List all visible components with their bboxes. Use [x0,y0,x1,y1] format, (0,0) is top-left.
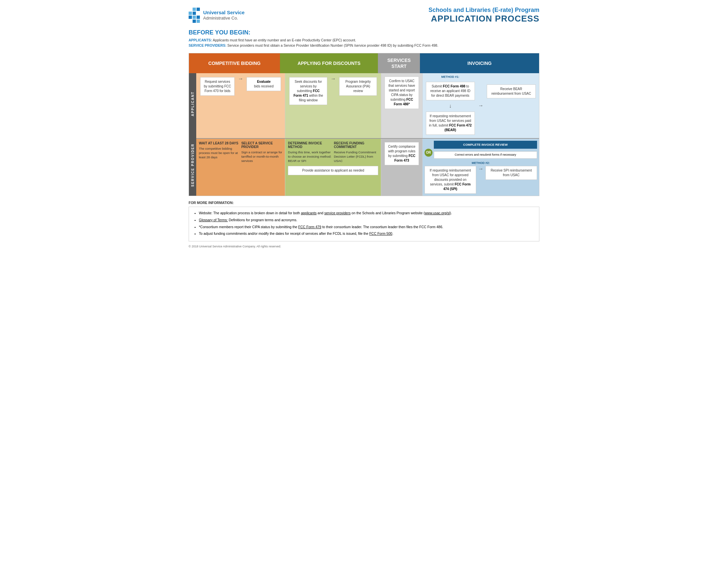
bidding-applicant: Request services by submitting FCC Form … [196,73,285,138]
col-header-bidding: COMPETITIVE BIDDING [189,53,280,73]
more-info-section: FOR MORE INFORMATION: Website: The appli… [189,201,539,241]
more-info-bullet2: Glossary of Terms: Definitions for progr… [199,217,534,223]
provide-assistance-box: Provide assistance to applicant as neede… [288,166,378,175]
before-applicants: APPLICANTS: Applicants must first have a… [189,38,539,43]
wait-28-label: WAIT AT LEAST 28 DAYS [199,141,240,145]
applicants-text: Applicants must first have an entity num… [213,38,356,42]
arrow-provider-inv: → [478,166,484,172]
before-providers: SERVICE PROVIDERS: Service providers mus… [189,43,539,48]
invoice-method-subtext: During this time, work together to choos… [288,150,333,163]
side-labels: APPLICANT SERVICE PROVIDER [189,73,196,196]
wait-28-subtext: The competitive bidding process must be … [199,146,240,160]
bear-reimbursement-box: Receive BEAR reimbursement from USAC [487,84,536,98]
logo-icon [189,8,200,23]
col-header-invoicing: INVOICING [420,53,539,73]
funding-commitment-subtext: Receive Funding Commitment Decision Lett… [334,150,379,163]
before-section: BEFORE YOU BEGIN: APPLICANTS: Applicants… [189,29,539,48]
arrow-inv-1: ↓ [425,103,476,109]
invoicing-provider: OR COMPLETE INVOICE REVIEW Correct error… [423,139,539,196]
applicant-row: Request services by submitting FCC Form … [196,73,539,139]
form-474-box: If requesting reimbursement from USAC fo… [425,166,476,194]
content-area: APPLICANT SERVICE PROVIDER Request servi… [189,73,539,196]
logo-text: Universal Service Administrative Co. [203,9,245,21]
method1-label: METHOD #1: [425,75,476,78]
provider-row: WAIT AT LEAST 28 DAYS The competitive bi… [196,139,539,196]
more-info-box: Website: The application process is brok… [189,207,539,241]
main-grid: Request services by submitting FCC Form … [196,73,539,196]
applying-provider: DETERMINE INVOICE METHOD During this tim… [285,139,381,196]
column-headers: COMPETITIVE BIDDING APPLYING FOR DISCOUN… [189,53,539,73]
complete-review-header: COMPLETE INVOICE REVIEW [434,141,537,149]
select-provider-subtext: Sign a contract or arrange for tarriffed… [241,150,282,163]
providers-text: Service providers must first obtain a Se… [227,43,438,47]
page-header: Universal Service Administrative Co. Sch… [189,7,539,24]
arrow-inv-2: → [478,103,484,109]
form-498-box: Submit FCC Form 498 to receive an applic… [426,82,475,100]
more-info-bullet3: *Consortium members report their CIPA st… [199,224,534,230]
applying-applicant: Seek discounts for services by submittin… [285,73,381,138]
services-applicant: Confirm to USAC that services have start… [381,73,422,138]
arrow-applying-1: → [330,76,337,82]
logo-line2: Administrative Co. [203,16,245,21]
form-473-box: Certify compliance with program rules by… [385,142,419,165]
pia-box: Program Integrity Assurance (PIA) review [339,77,377,96]
arrow-bidding-1: → [237,76,244,82]
page-title-area: Schools and Libraries (E-rate) Program A… [429,7,539,24]
logo-area: Universal Service Administrative Co. [189,8,245,23]
page-subtitle: Schools and Libraries (E-rate) Program [429,7,539,14]
invoice-method-label: DETERMINE INVOICE METHOD [288,141,333,149]
logo-line1: Universal Service [203,9,245,16]
more-info-bullet4: To adjust funding commitments and/or mod… [199,231,534,237]
col-header-applying: APPLYING FOR DISCOUNTS [280,53,378,73]
complete-review-sub: Correct errors and resubmit forms if nec… [434,151,537,159]
more-info-bullet1: Website: The application process is brok… [199,210,534,216]
providers-label: SERVICE PROVIDERS: [189,43,226,47]
side-label-provider: SERVICE PROVIDER [189,134,196,196]
invoicing-applicant: METHOD #1: Submit FCC Form 498 to receiv… [423,73,539,138]
copyright: © 2018 Universal Service Administrative … [189,245,539,248]
or-badge: OR [425,149,432,157]
method2-label: METHOD #2: [425,161,537,164]
before-heading: BEFORE YOU BEGIN: [189,29,539,36]
col-header-services: SERVICES START [378,53,420,73]
applicants-label: APPLICANTS: [189,38,212,42]
form-472-box: If requesting reimbursement from USAC fo… [426,112,475,135]
evaluate-bids-box: Evaluate bids received [247,77,281,91]
bidding-provider: WAIT AT LEAST 28 DAYS The competitive bi… [196,139,285,196]
form-470-box: Request services by submitting FCC Form … [200,77,235,96]
form-486-box: Confirm to USAC that services have start… [385,76,419,109]
form-471-box: Seek discounts for services by submittin… [289,77,327,105]
side-label-applicant: APPLICANT [189,73,196,134]
funding-commitment-label: RECEIVE FUNDING COMMITMENT [334,141,379,149]
spi-reimbursement-box: Receive SPI reimbursement from USAC [485,166,537,180]
main-diagram: COMPETITIVE BIDDING APPLYING FOR DISCOUN… [189,53,539,196]
services-provider: Certify compliance with program rules by… [381,139,422,196]
more-info-title: FOR MORE INFORMATION: [189,201,539,205]
page-title: APPLICATION PROCESS [429,14,539,24]
select-provider-label: SELECT A SERVICE PROVIDER [241,141,282,149]
